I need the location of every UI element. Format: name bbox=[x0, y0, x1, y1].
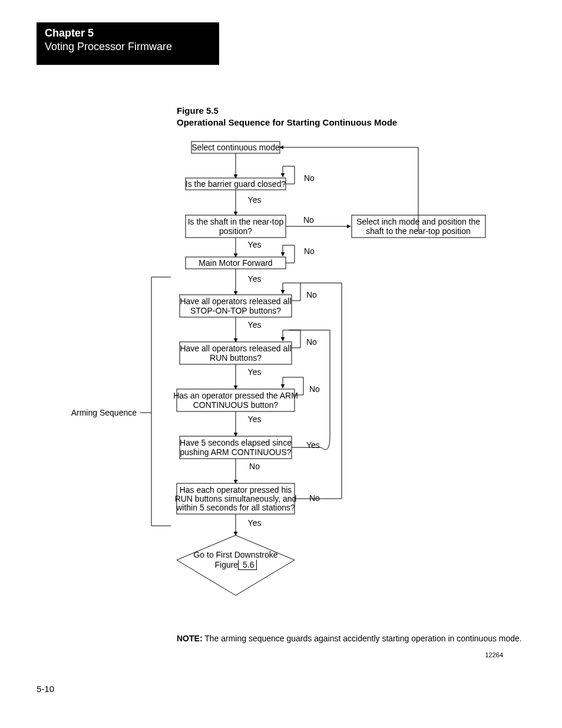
node-start-label: Select continuous mode bbox=[191, 143, 280, 152]
figure-link-5-6[interactable]: 5.6 bbox=[238, 560, 256, 570]
node-motor-label: Main Motor Forward bbox=[199, 258, 272, 268]
node-eachrun-l2: RUN buttons simultaneously, and bbox=[175, 494, 297, 503]
node-runrel-l1: Have all operators released all bbox=[180, 344, 291, 353]
node-goto-l2a: Figure bbox=[214, 560, 238, 569]
node-arm-l1: Has an operator pressed the ARM bbox=[173, 391, 298, 400]
stopontop-no: No bbox=[306, 290, 317, 299]
node-stopontop-l1: Have all operators released all bbox=[180, 297, 291, 306]
node-barrier-label: Is the barrier guard closed? bbox=[186, 179, 286, 189]
node-eachrun-l3: within 5 seconds for all stations? bbox=[176, 503, 295, 512]
arming-sequence-label: Arming Sequence bbox=[71, 408, 137, 417]
node-goto-l1: Go to First Downstroke bbox=[193, 550, 277, 559]
motor-no: No bbox=[304, 246, 315, 256]
note: NOTE: The arming sequence guards against… bbox=[177, 634, 522, 643]
barrier-yes: Yes bbox=[248, 195, 262, 205]
neartop-no: No bbox=[303, 215, 314, 225]
note-text: The arming sequence guards against accid… bbox=[203, 634, 522, 643]
runrel-yes: Yes bbox=[248, 367, 262, 377]
motor-yes: Yes bbox=[248, 274, 262, 284]
node-fivesec-l1: Have 5 seconds elapsed since bbox=[180, 438, 292, 447]
node-neartop-l2: position? bbox=[219, 226, 252, 236]
document-id: 12264 bbox=[485, 651, 503, 658]
node-runrel-l2: RUN buttons? bbox=[210, 353, 262, 363]
runrel-no: No bbox=[306, 337, 317, 347]
page-number: 5-10 bbox=[37, 684, 54, 694]
stopontop-yes: Yes bbox=[248, 320, 262, 330]
fivesec-no: No bbox=[249, 462, 260, 471]
eachrun-no: No bbox=[309, 493, 320, 503]
neartop-yes: Yes bbox=[248, 240, 262, 249]
node-neartop-l1: Is the shaft in the near-top bbox=[188, 217, 284, 226]
node-fivesec-l2: pushing ARM CONTINUOUS? bbox=[180, 447, 291, 457]
fivesec-yes-label: Yes bbox=[306, 440, 320, 450]
node-stopontop-l2: STOP-ON-TOP buttons? bbox=[190, 306, 281, 315]
eachrun-yes: Yes bbox=[248, 518, 262, 528]
note-label: NOTE: bbox=[177, 634, 203, 643]
barrier-no: No bbox=[304, 173, 315, 183]
flowchart: Select continuous mode Is the barrier gu… bbox=[0, 0, 562, 625]
arm-yes: Yes bbox=[248, 414, 262, 424]
node-eachrun-l1: Has each operator pressed his bbox=[180, 485, 292, 495]
arm-no: No bbox=[309, 384, 320, 394]
node-arm-l2: CONTINUOUS button? bbox=[193, 400, 279, 410]
